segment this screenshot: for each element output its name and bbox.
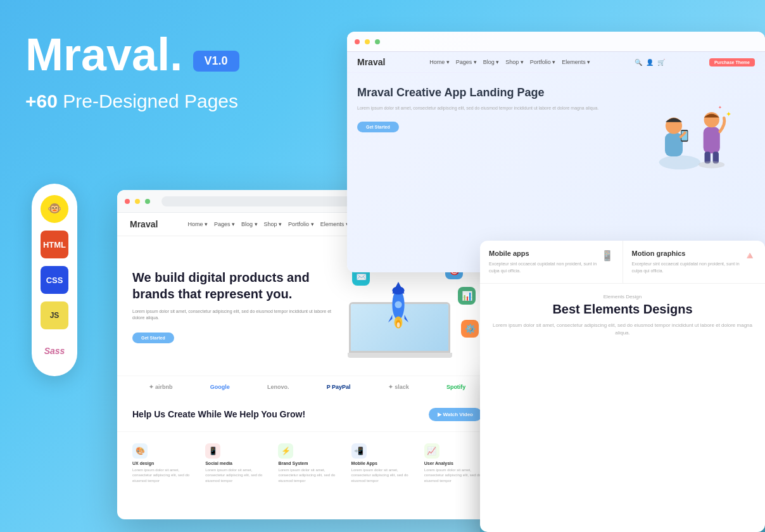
svg-point-22	[397, 322, 400, 327]
ux-icon: 🎨	[132, 443, 148, 459]
svg-point-0	[659, 155, 700, 169]
brand-spotify: Spotify	[446, 384, 466, 390]
elements-title: Best Elements Designs	[490, 302, 755, 317]
float-icon-3: ⚙️	[461, 320, 479, 338]
hero-text: We build digital products and brands tha…	[132, 269, 343, 343]
brand-text: Lorem ipsum dolor sit amet, consectetur …	[278, 467, 336, 483]
bg-nav-logo: Mraval	[357, 57, 385, 67]
mobile-text: Lorem ipsum dolor sit amet, consectetur …	[351, 467, 409, 483]
service-mobile: 📲 Mobile Apps Lorem ipsum dolor sit amet…	[346, 438, 414, 488]
mailchimp-icon: 🐵	[41, 195, 68, 223]
search-icon[interactable]: 🔍	[635, 59, 642, 66]
brand-title: Mraval.	[25, 29, 182, 80]
help-section: Help Us Create While We Help You Grow! ▶…	[117, 398, 497, 431]
version-badge: V1.0	[193, 51, 239, 72]
bg-nav-icons: 🔍 👤 🛒	[635, 59, 665, 66]
laptop-keyboard	[348, 353, 452, 358]
bg-nav: Mraval Home ▾ Pages ▾ Blog ▾ Shop ▾ Port…	[347, 52, 765, 73]
hero-subtitle: Lorem ipsum dolor sit amet, consectetur …	[132, 308, 343, 322]
main-dot-green	[145, 199, 150, 204]
dot-green	[375, 39, 380, 44]
people-svg: ✦ ✦	[628, 86, 755, 174]
svg-point-11	[699, 161, 724, 168]
main-nav-logo: Mraval	[130, 219, 158, 229]
brand-paypal: P PayPal	[327, 384, 351, 390]
card-mobile-title: Mobile apps	[489, 250, 614, 257]
subtitle-number: +60	[25, 91, 58, 111]
service-social: 📱 Social media Lorem ipsum dolor sit ame…	[200, 438, 268, 488]
user-icon[interactable]: 👤	[646, 59, 654, 66]
card-mobile-text: Excepteur sint occaecat cupidatat non pr…	[489, 261, 614, 274]
mobile-apps-icon: 📱	[601, 250, 614, 262]
svg-rect-5	[704, 127, 720, 153]
motion-graphics-icon: 🔺	[743, 250, 756, 262]
right-lower-panel: 📱 Mobile apps Excepteur sint occaecat cu…	[480, 241, 765, 532]
subtitle: +60 Pre-Designed Pages	[25, 91, 317, 112]
service-ux: 🎨 UX design Lorem ipsum dolor sit amet, …	[127, 438, 195, 488]
main-dot-red	[125, 199, 130, 204]
services-row: 🎨 UX design Lorem ipsum dolor sit amet, …	[117, 431, 497, 495]
float-icon-2: 📊	[458, 287, 476, 305]
brand-lenovo: Lenovo.	[267, 384, 289, 390]
dot-red	[355, 39, 360, 44]
svg-marker-18	[388, 315, 392, 322]
svg-point-17	[395, 301, 401, 308]
card-mobile-apps: 📱 Mobile apps Excepteur sint occaecat cu…	[480, 241, 623, 283]
brand-google: Google	[210, 384, 230, 390]
analysis-icon: 📈	[424, 443, 439, 459]
svg-text:🐵: 🐵	[47, 201, 62, 215]
rocket-svg	[386, 279, 411, 330]
cart-icon[interactable]: 🛒	[657, 59, 665, 66]
analysis-title: User Analysis	[424, 461, 482, 466]
bg-hero-text: Mraval Creative App Landing Page Lorem i…	[357, 86, 616, 132]
card-motion-title: Motion graphics	[632, 250, 757, 257]
cards-row: 📱 Mobile apps Excepteur sint occaecat cu…	[480, 241, 765, 284]
hero-cta-button[interactable]: Get Started	[132, 332, 174, 343]
social-text: Lorem ipsum dolor sit amet, consectetur …	[205, 467, 263, 483]
sass-icon: Sass	[41, 337, 68, 365]
elements-section: Elements Design Best Elements Designs Lo…	[480, 284, 765, 347]
tech-icons-panel: 🐵 HTML CSS JS Sass	[32, 184, 77, 376]
javascript-icon: JS	[41, 301, 68, 329]
bg-purchase-button[interactable]: Purchase Theme	[709, 58, 755, 66]
elements-text: Lorem ipsum dolor sit amet, consectetur …	[490, 322, 755, 337]
background-browser: Mraval Home ▾ Pages ▾ Blog ▾ Shop ▾ Port…	[347, 32, 765, 272]
service-brand: ⚡ Brand System Lorem ipsum dolor sit ame…	[273, 438, 341, 488]
social-icon: 📱	[205, 443, 220, 459]
dot-yellow	[365, 39, 370, 44]
ux-title: UX design	[132, 461, 190, 466]
help-title: Help Us Create While We Help You Grow!	[132, 408, 305, 420]
brand-title-row: Mraval. V1.0	[25, 32, 317, 78]
card-motion-graphics: 🔺 Motion graphics Excepteur sint occaeca…	[623, 241, 766, 283]
brands-strip: ✦ airbnb Google Lenovo. P PayPal ✦ slack…	[117, 376, 497, 398]
main-nav-links: Home ▾ Pages ▾ Blog ▾ Shop ▾ Portfolio ▾…	[188, 221, 349, 227]
mobile-title: Mobile Apps	[351, 461, 409, 466]
hero-title: We build digital products and brands tha…	[132, 269, 343, 302]
bg-hero-section: Mraval Creative App Landing Page Lorem i…	[347, 73, 765, 187]
subtitle-text: Pre-Designed Pages	[58, 91, 238, 111]
svg-marker-19	[405, 315, 408, 322]
bg-nav-links: Home ▾ Pages ▾ Blog ▾ Shop ▾ Portfolio ▾…	[429, 59, 590, 65]
css3-icon: CSS	[41, 266, 68, 294]
card-motion-text: Excepteur sint occaecat cupidatat non pr…	[632, 261, 757, 274]
bg-hero-subtitle: Lorem ipsum dolor sit amet, consectetur …	[357, 105, 616, 112]
brand-airbnb: ✦ airbnb	[149, 384, 173, 390]
main-dot-yellow	[135, 199, 140, 204]
bg-browser-bar	[347, 32, 765, 52]
analysis-text: Lorem ipsum dolor sit amet, consectetur …	[424, 467, 482, 483]
html5-icon: HTML	[41, 231, 68, 258]
bg-hero-cta[interactable]: Get Started	[357, 122, 399, 132]
bg-hero-illustration: ✦ ✦	[628, 86, 755, 174]
watch-video-button[interactable]: ▶ Watch Video	[429, 408, 482, 421]
brand-icon: ⚡	[278, 443, 293, 459]
bg-hero-title: Mraval Creative App Landing Page	[357, 86, 616, 100]
brand-title-s: Brand System	[278, 461, 336, 466]
elements-label: Elements Design	[490, 294, 755, 300]
left-panel: Mraval. V1.0 +60 Pre-Designed Pages	[25, 32, 317, 131]
ux-text: Lorem ipsum dolor sit amet, consectetur …	[132, 467, 190, 483]
mobile-icon: 📲	[351, 443, 367, 459]
svg-text:✦: ✦	[718, 104, 722, 110]
svg-text:✦: ✦	[726, 110, 731, 118]
service-analysis: 📈 User Analysis Lorem ipsum dolor sit am…	[419, 438, 487, 488]
social-title: Social media	[205, 461, 263, 466]
